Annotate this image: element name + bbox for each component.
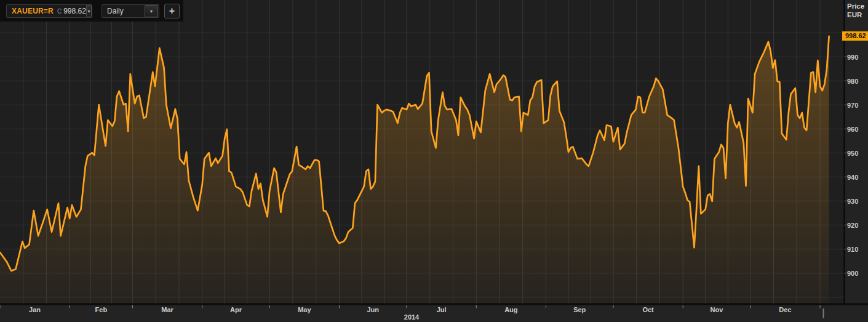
price-axis-title-line1: Price — [847, 2, 864, 10]
chevron-down-icon: ▼ — [87, 9, 91, 14]
symbol-dropdown-button[interactable]: ▼ — [86, 5, 92, 17]
chart-window: 2014 JanFebMarAprMayJunJulAugSepOctNovDe… — [0, 0, 868, 322]
price-axis-title: Price EUR — [847, 2, 864, 19]
chart-canvas[interactable] — [0, 0, 868, 322]
interval-selector[interactable]: Daily ▼ — [102, 4, 159, 18]
symbol-selector[interactable]: XAUEUR=R C 998.62 ▼ — [6, 4, 92, 18]
price-axis-title-line2: EUR — [847, 10, 864, 19]
symbol-label: XAUEUR=R — [12, 7, 54, 15]
interval-dropdown-button[interactable]: ▼ — [145, 5, 158, 17]
toolbar: XAUEUR=R C 998.62 ▼ Daily ▼ + — [0, 0, 183, 22]
add-chart-button[interactable]: + — [164, 4, 180, 18]
interval-label: Daily — [107, 7, 124, 15]
last-price-prefix: C — [57, 8, 62, 15]
current-price-badge: 998.62 — [842, 31, 868, 41]
chevron-down-icon: ▼ — [149, 9, 154, 14]
last-price-value: 998.62 — [63, 7, 86, 15]
